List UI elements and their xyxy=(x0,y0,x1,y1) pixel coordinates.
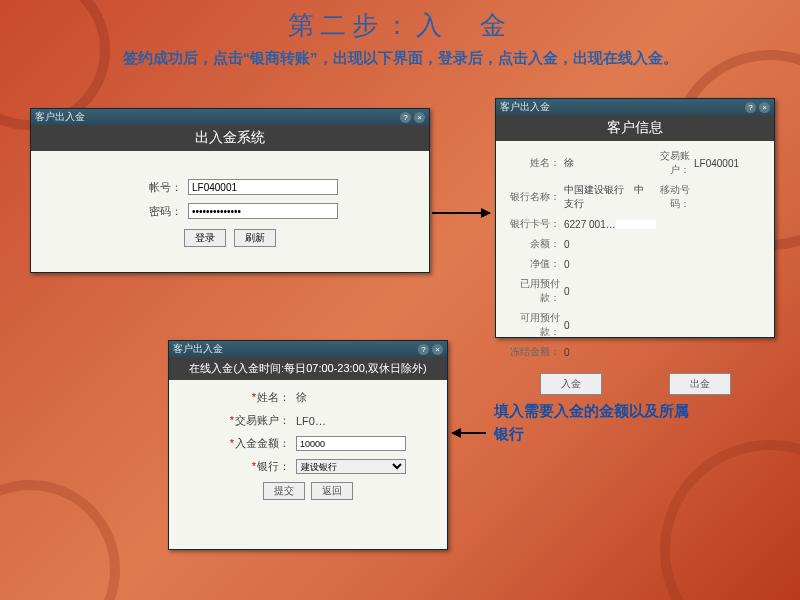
titlebar-title: 客户出入金 xyxy=(35,110,85,124)
frozen-label: 冻结金额： xyxy=(506,345,564,359)
trade-account-label: *交易账户： xyxy=(210,413,290,428)
account-label: 帐号： xyxy=(122,180,182,195)
login-button[interactable]: 登录 xyxy=(184,229,226,247)
amount-label: *入金金额： xyxy=(210,436,290,451)
back-button[interactable]: 返回 xyxy=(311,482,353,500)
refresh-button[interactable]: 刷新 xyxy=(234,229,276,247)
password-input[interactable] xyxy=(188,203,338,219)
bank-card-label: 银行卡号： xyxy=(506,217,564,231)
used-prepay-label: 已用预付款： xyxy=(506,277,564,305)
bank-select[interactable]: 建设银行 xyxy=(296,459,406,474)
amount-input[interactable] xyxy=(296,436,406,451)
arrow-left-icon xyxy=(452,432,486,434)
mobile-label: 移动号码： xyxy=(644,183,694,211)
bank-card-value: 6227 001… xyxy=(564,219,764,230)
balance-value: 0 xyxy=(564,239,764,250)
trade-account-value: LF040001 xyxy=(694,158,764,169)
slide-title: 第二步：入 金 xyxy=(0,0,800,43)
close-icon[interactable]: × xyxy=(432,344,443,355)
window-header: 在线入金(入金时间:每日07:00-23:00,双休日除外) xyxy=(169,357,447,380)
close-icon[interactable]: × xyxy=(759,102,770,113)
trade-account-value: LF0… xyxy=(296,415,406,427)
used-prepay-value: 0 xyxy=(564,286,764,297)
titlebar-title: 客户出入金 xyxy=(500,100,550,114)
deposit-button[interactable]: 入金 xyxy=(540,373,602,395)
frozen-value: 0 xyxy=(564,347,764,358)
account-input[interactable] xyxy=(188,179,338,195)
name-label: *姓名： xyxy=(210,390,290,405)
bank-label: *银行： xyxy=(210,459,290,474)
trade-account-label: 交易账户： xyxy=(644,149,694,177)
bank-name-label: 银行名称： xyxy=(506,190,564,204)
arrow-right-icon xyxy=(432,212,490,214)
net-value: 0 xyxy=(564,259,764,270)
close-icon[interactable]: × xyxy=(414,112,425,123)
bank-name-value: 中国建设银行 中支行 xyxy=(564,183,644,211)
window-header: 客户信息 xyxy=(496,115,774,141)
slide-subtitle: 签约成功后，点击“银商转账”，出现以下界面，登录后，点击入金，出现在线入金。 xyxy=(0,43,800,70)
name-value: 徐 xyxy=(296,390,406,405)
name-value: 徐 xyxy=(564,156,644,170)
net-label: 净值： xyxy=(506,257,564,271)
avail-prepay-label: 可用预付款： xyxy=(506,311,564,339)
name-label: 姓名： xyxy=(506,156,564,170)
withdraw-button[interactable]: 出金 xyxy=(669,373,731,395)
balance-label: 余额： xyxy=(506,237,564,251)
help-icon[interactable]: ? xyxy=(400,112,411,123)
help-icon[interactable]: ? xyxy=(745,102,756,113)
annotation-text: 填入需要入金的金额以及所属银行 xyxy=(494,400,694,445)
online-deposit-window: 客户出入金 ? × 在线入金(入金时间:每日07:00-23:00,双休日除外)… xyxy=(168,340,448,550)
titlebar: 客户出入金 ? × xyxy=(496,99,774,115)
help-icon[interactable]: ? xyxy=(418,344,429,355)
avail-prepay-value: 0 xyxy=(564,320,764,331)
window-header: 出入金系统 xyxy=(31,125,429,151)
password-label: 密码： xyxy=(122,204,182,219)
login-window: 客户出入金 ? × 出入金系统 帐号： 密码： 登录 刷新 xyxy=(30,108,430,273)
customer-info-window: 客户出入金 ? × 客户信息 姓名： 徐 交易账户： LF040001 银行名称… xyxy=(495,98,775,338)
submit-button[interactable]: 提交 xyxy=(263,482,305,500)
titlebar-title: 客户出入金 xyxy=(173,342,223,356)
titlebar: 客户出入金 ? × xyxy=(169,341,447,357)
titlebar: 客户出入金 ? × xyxy=(31,109,429,125)
